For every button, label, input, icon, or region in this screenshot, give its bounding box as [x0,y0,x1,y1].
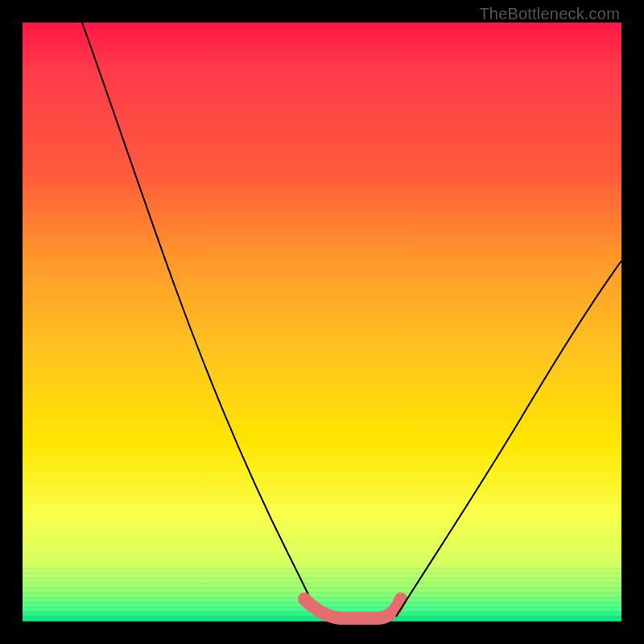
left-descending-curve [82,23,319,617]
watermark-text: TheBottleneck.com [479,5,620,23]
plot-area [23,23,621,621]
chart-frame: TheBottleneck.com [0,0,644,644]
valley-highlight-segment [304,599,401,618]
right-ascending-curve [396,261,621,617]
curve-layer [23,23,621,621]
